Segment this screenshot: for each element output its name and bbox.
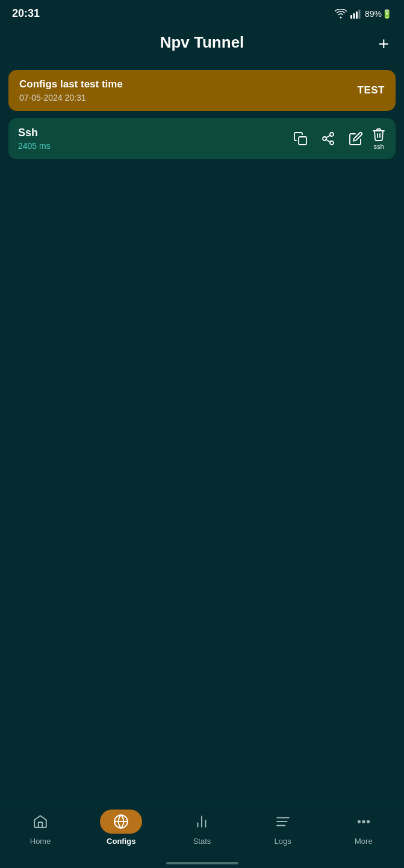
svg-point-18 <box>358 820 360 822</box>
edit-button[interactable] <box>344 127 368 151</box>
status-icons: 89%🔋 <box>335 9 392 19</box>
stats-icon <box>194 814 210 829</box>
banner-date: 07-05-2024 20:31 <box>19 93 123 102</box>
share-button[interactable] <box>316 127 340 151</box>
signal-icon <box>350 9 361 19</box>
configs-icon <box>113 814 129 829</box>
logs-icon-wrap <box>268 810 298 834</box>
nav-item-logs[interactable]: Logs <box>259 810 307 846</box>
delete-label: ssh <box>373 143 384 150</box>
status-bar: 20:31 89%🔋 <box>0 0 404 24</box>
nav-label-configs: Configs <box>107 837 135 846</box>
svg-line-9 <box>326 136 331 138</box>
add-config-button[interactable]: + <box>375 32 392 56</box>
nav-item-home[interactable]: Home <box>16 810 64 846</box>
ssh-config-card: Ssh 2405 ms <box>8 118 396 159</box>
config-latency: 2405 ms <box>18 141 51 151</box>
nav-item-configs[interactable]: Configs <box>97 810 145 846</box>
bottom-nav: Home Configs Stats <box>0 802 404 868</box>
svg-line-8 <box>326 140 331 142</box>
nav-label-home: Home <box>30 837 51 846</box>
delete-button[interactable]: ssh <box>371 127 386 150</box>
battery-indicator: 89%🔋 <box>365 9 392 19</box>
svg-rect-2 <box>356 11 358 19</box>
svg-point-20 <box>367 820 369 822</box>
svg-rect-3 <box>358 10 360 19</box>
logs-icon <box>275 814 291 829</box>
nav-label-stats: Stats <box>193 837 211 846</box>
svg-point-19 <box>362 820 364 822</box>
stats-icon-wrap <box>187 810 217 834</box>
config-name: Ssh <box>18 127 51 139</box>
copy-button[interactable] <box>288 127 312 151</box>
svg-rect-4 <box>299 137 306 145</box>
home-icon-wrap <box>25 810 55 834</box>
config-test-banner: Configs last test time 07-05-2024 20:31 … <box>8 70 396 111</box>
svg-rect-0 <box>350 15 352 19</box>
nav-label-more: More <box>355 837 373 846</box>
wifi-icon <box>335 9 347 19</box>
home-bar <box>166 862 238 864</box>
header: Npv Tunnel + <box>0 24 404 64</box>
status-time: 20:31 <box>12 7 40 20</box>
config-actions: ssh <box>288 127 386 151</box>
content-area: Configs last test time 07-05-2024 20:31 … <box>0 64 404 165</box>
home-icon <box>33 814 48 829</box>
more-icon <box>356 814 371 829</box>
configs-icon-wrap <box>100 810 142 834</box>
svg-rect-1 <box>353 13 355 19</box>
more-icon-wrap <box>349 810 379 834</box>
test-button[interactable]: TEST <box>358 84 385 96</box>
nav-item-stats[interactable]: Stats <box>178 810 226 846</box>
app-title: Npv Tunnel <box>160 33 244 52</box>
nav-label-logs: Logs <box>275 837 291 846</box>
nav-item-more[interactable]: More <box>340 810 388 846</box>
banner-title: Configs last test time <box>19 78 123 90</box>
